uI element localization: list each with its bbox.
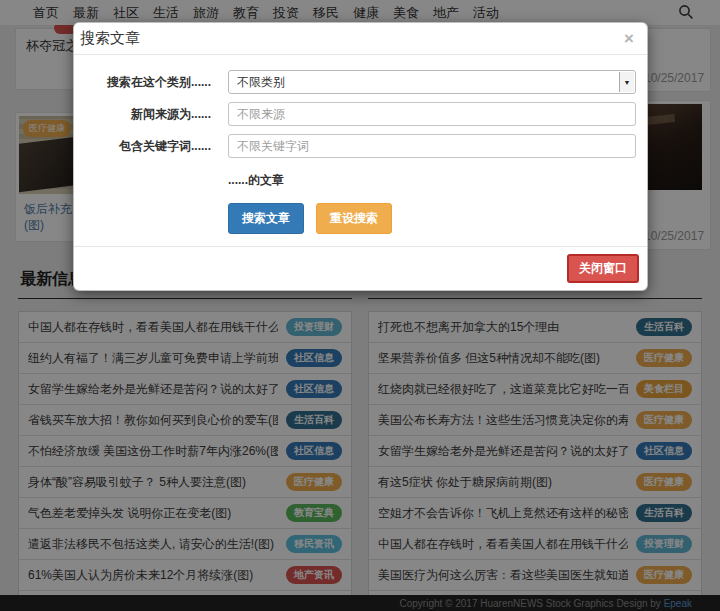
page: 杯夺冠之 医疗健康 饭后补充 (图) 芬兰华 10/25/2017 房比率 10… — [0, 0, 720, 611]
source-input[interactable] — [228, 102, 636, 126]
modal-footer: 关闭窗口 — [74, 246, 647, 290]
reset-search-button[interactable]: 重设搜索 — [316, 203, 392, 234]
articles-suffix-text: ......的文章 — [228, 173, 284, 187]
chevron-down-icon[interactable]: ▼ — [619, 72, 634, 92]
close-icon[interactable]: × — [624, 32, 634, 46]
search-articles-modal: 搜索文章 × 搜索在这个类别...... 不限类别 ▼ 新闻来源为...... — [73, 22, 648, 291]
close-window-button[interactable]: 关闭窗口 — [567, 254, 639, 283]
modal-title: 搜索文章 — [80, 29, 140, 48]
category-label: 搜索在这个类别...... — [74, 74, 211, 91]
category-select[interactable]: 不限类别 ▼ — [228, 70, 636, 94]
search-articles-button[interactable]: 搜索文章 — [228, 203, 304, 234]
keywords-input[interactable] — [228, 134, 636, 158]
source-label: 新闻来源为...... — [74, 106, 211, 123]
category-select-value: 不限类别 — [229, 74, 285, 91]
keywords-label: 包含关键字词...... — [74, 138, 211, 155]
modal-body: 搜索在这个类别...... 不限类别 ▼ 新闻来源为...... 包含关键字词.… — [74, 55, 647, 246]
modal-header: 搜索文章 × — [74, 23, 647, 55]
